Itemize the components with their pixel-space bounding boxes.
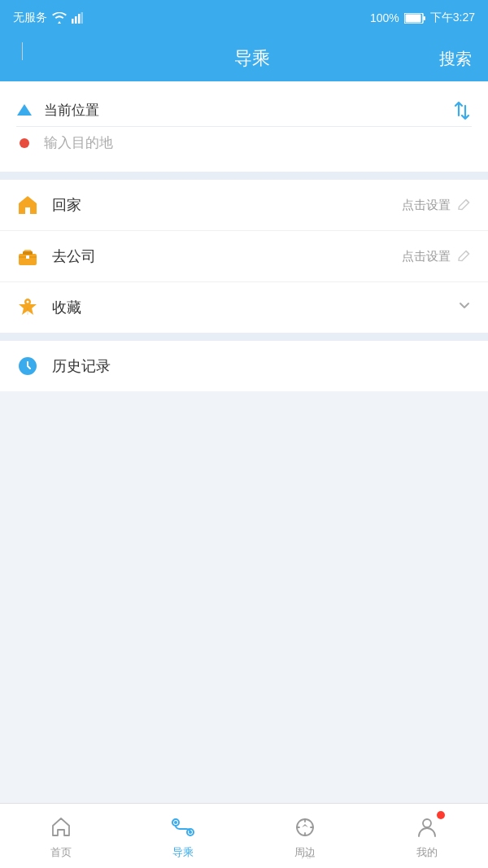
home-action[interactable]: 点击设置	[402, 198, 472, 213]
history-label: 历史记录	[52, 356, 472, 376]
home-item[interactable]: 回家 点击设置	[0, 180, 488, 231]
mine-tab-icon	[412, 813, 442, 842]
status-bar: 无服务 100% 下午3:27	[0, 0, 488, 36]
status-right: 100% 下午3:27	[370, 11, 475, 25]
tab-mine[interactable]: 我的	[366, 806, 488, 866]
svg-point-19	[423, 819, 431, 827]
tab-guide[interactable]: 导乘	[122, 806, 244, 866]
separator-1	[0, 172, 488, 180]
mine-badge	[437, 811, 445, 819]
history-section: 历史记录	[0, 341, 488, 391]
current-location-row[interactable]: 当前位置	[16, 94, 472, 127]
guide-tab-icon	[168, 813, 198, 842]
time-text: 下午3:27	[430, 11, 475, 25]
favorites-icon	[16, 297, 39, 318]
mine-tab-label: 我的	[416, 845, 438, 860]
home-label: 回家	[52, 195, 389, 215]
work-edit-icon	[457, 249, 472, 264]
battery-text: 100%	[370, 11, 399, 24]
favorites-chevron	[457, 299, 472, 317]
svg-rect-3	[81, 12, 84, 24]
signal-icon	[72, 12, 83, 24]
search-section: 当前位置 输入目的地	[0, 81, 488, 172]
destination-placeholder[interactable]: 输入目的地	[44, 133, 472, 152]
no-service-text: 无服务	[13, 11, 47, 25]
work-action-text: 点击设置	[402, 249, 451, 264]
svg-rect-2	[78, 14, 81, 24]
svg-rect-6	[405, 14, 420, 22]
tab-home[interactable]: 首页	[0, 806, 122, 866]
home-edit-icon	[457, 198, 472, 212]
home-tab-icon	[46, 813, 76, 842]
svg-rect-0	[72, 19, 74, 24]
tab-nearby[interactable]: 周边	[244, 806, 366, 866]
svg-point-17	[189, 831, 192, 834]
separator-2	[0, 333, 488, 341]
tab-bar: 首页 导乘 周边	[0, 803, 488, 868]
destination-icon	[16, 138, 33, 148]
favorites-item[interactable]: 收藏	[0, 282, 488, 333]
current-location-text: 当前位置	[44, 101, 472, 120]
home-action-text: 点击设置	[402, 198, 451, 213]
status-left: 无服务	[13, 11, 83, 25]
swap-button[interactable]	[452, 99, 472, 122]
work-icon	[16, 246, 39, 267]
svg-point-16	[174, 821, 177, 824]
svg-rect-10	[26, 255, 29, 259]
home-tab-label: 首页	[50, 845, 72, 860]
main-content: 当前位置 输入目的地 回家	[0, 81, 488, 868]
work-label: 去公司	[52, 246, 389, 266]
svg-point-12	[27, 301, 29, 303]
nearby-tab-icon	[290, 813, 320, 842]
battery-icon	[404, 13, 425, 24]
work-item[interactable]: 去公司 点击设置	[0, 231, 488, 282]
header-title: 导乘	[65, 46, 439, 71]
app-header: 导乘 搜索	[0, 36, 488, 81]
favorites-label: 收藏	[52, 298, 444, 317]
wifi-icon	[52, 12, 67, 24]
history-icon	[16, 355, 39, 377]
svg-rect-8	[23, 251, 33, 255]
current-location-icon	[16, 105, 33, 116]
nearby-tab-label: 周边	[294, 845, 316, 860]
svg-rect-1	[75, 16, 77, 24]
history-item[interactable]: 历史记录	[0, 341, 488, 391]
svg-rect-5	[423, 16, 425, 20]
work-action[interactable]: 点击设置	[402, 249, 472, 264]
guide-tab-label: 导乘	[172, 845, 194, 860]
home-icon	[16, 194, 39, 216]
list-section: 回家 点击设置 去公司 点击	[0, 180, 488, 333]
search-button[interactable]: 搜索	[439, 48, 472, 70]
vertical-connector	[22, 42, 23, 60]
destination-row[interactable]: 输入目的地	[16, 127, 472, 159]
